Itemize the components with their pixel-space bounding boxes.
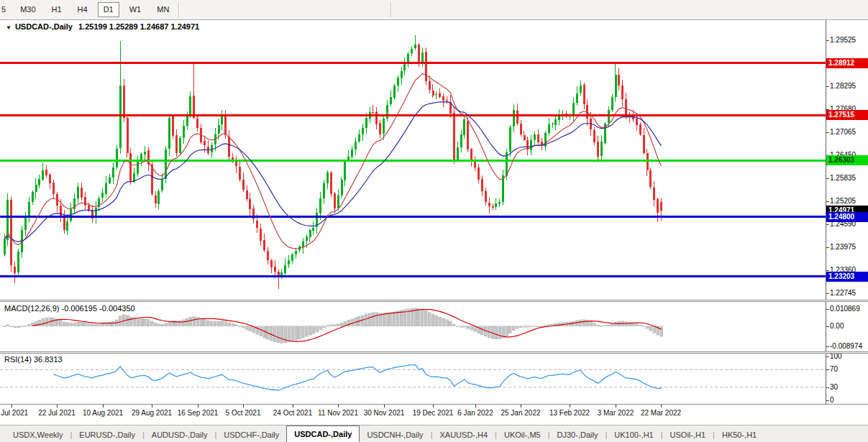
price-line-label: 1.28912 [826,58,868,68]
date-tick-mark [293,405,293,408]
chart-ohlc-values: 1.25199 1.25289 1.24687 1.24971 [78,22,199,31]
date-tick-mark [198,405,198,408]
timeframe-button-h1[interactable]: H1 [46,2,68,17]
price-tick-mark [826,40,829,41]
date-tick-mark [338,405,339,408]
price-tick-mark [826,270,829,271]
tab-hk50-h1[interactable]: HK50-,H1 [715,428,764,442]
date-tick-label: 13 Feb 2022 [549,409,590,417]
date-axis[interactable]: 4 Jul 202122 Jul 202110 Aug 202129 Aug 2… [0,404,868,425]
toolbar-divider [178,2,180,17]
date-tick-mark [661,405,662,408]
panel-splitter[interactable] [0,300,868,302]
date-tick-label: 24 Oct 2021 [273,409,312,417]
macd-tick-mark [826,326,829,327]
date-tick-label: 25 Jan 2022 [501,409,540,417]
date-tick-mark [243,405,244,408]
rsi-tick-mark [826,356,829,357]
macd-tick-mark [826,309,829,310]
price-tick-label: 1.29525 [830,36,856,44]
tab-usdcad-daily[interactable]: USDCAD-,Daily [286,425,360,442]
timeframe-button-mn[interactable]: MN [151,2,175,17]
rsi-tick-mark [826,387,829,388]
date-tick-mark [12,405,12,408]
rsi-tick-label: 0 [830,396,834,404]
price-tick-mark [826,201,829,202]
tab-uk100-h1[interactable]: UK100-,H1 [607,428,660,442]
date-tick-label: 10 Aug 2021 [83,409,123,417]
date-tick-mark [616,405,616,408]
price-tick-label: 1.27065 [830,128,856,136]
price-tick-mark [826,132,829,133]
tab-dj30-daily[interactable]: DJ30-,Daily [550,428,606,442]
tab-usoil-h1[interactable]: USOil-,H1 [663,428,713,442]
tab-xauusd-h4[interactable]: XAUUSD-,H4 [432,428,495,442]
date-tick-label: 4 Jul 2021 [0,409,28,417]
macd-tick-label: -0.008974 [830,342,862,350]
date-tick-label: 16 Sep 2021 [178,409,219,417]
date-tick-label: 5 Oct 2021 [226,409,261,417]
timeframe-button-5[interactable]: 5 [0,2,10,17]
macd-histogram [3,308,663,344]
date-tick-mark [475,405,476,408]
price-axis[interactable]: 1.295251.282951.276801.270651.264501.258… [826,20,868,404]
timeframe-button-m30[interactable]: M30 [14,2,41,17]
tab-usdcnh-daily[interactable]: USDCNH-,Daily [360,428,430,442]
tab-usdx-weekly[interactable]: USDX,Weekly [6,428,70,442]
tab-usdchf-daily[interactable]: USDCHF-,Daily [216,428,286,442]
chart-title: ▼USDCAD-,Daily1.25199 1.25289 1.24687 1.… [6,22,199,31]
chart-tab-bar: USDX,Weekly|EURUSD-,Daily|AUDUSD-,Daily|… [0,425,868,442]
timeframe-button-d1[interactable]: D1 [98,2,119,17]
rsi-panel-canvas[interactable] [0,354,826,404]
rsi-line [53,364,661,390]
price-tick-label: 1.23975 [830,243,856,251]
candles [4,35,663,288]
date-tick-mark [103,405,104,408]
date-tick-label: 30 Nov 2021 [364,409,405,417]
price-tick-label: 1.28295 [830,82,856,90]
price-tick-mark [826,86,829,87]
rsi-tick-label: 70 [830,365,838,373]
macd-tick-label: 0.010869 [830,305,860,313]
timeframe-toolbar: 5M30H1H4D1W1MN [0,0,868,20]
price-line-label: 1.26303 [826,155,868,165]
price-tick-label: 1.25835 [830,174,856,182]
rsi-label: RSI(14) 36.8313 [4,355,63,364]
rsi-tick-label: 30 [830,383,838,391]
macd-tick-mark [826,346,829,347]
price-chart-canvas[interactable] [0,20,826,300]
macd-tick-label: 0.00 [830,322,844,330]
price-tick-mark [826,178,829,179]
toolbar-divider [390,2,392,17]
price-tick-label: 1.22745 [830,289,856,297]
tab-eurusd-daily[interactable]: EURUSD-,Daily [72,428,142,442]
price-tick-mark [826,224,829,225]
price-line-label: 1.23203 [826,272,868,282]
date-tick-label: 22 Mar 2022 [641,409,681,417]
macd-label: MACD(12,26,9) -0.006195 -0.004350 [4,304,135,313]
tab-ukoil-m5[interactable]: UKOil-,M5 [497,428,548,442]
panel-splitter[interactable] [0,351,868,354]
price-line-label: 1.27515 [826,110,868,120]
price-tick-mark [826,247,829,248]
date-tick-label: 6 Jan 2022 [457,409,493,417]
timeframe-button-h4[interactable]: H4 [72,2,93,17]
date-tick-mark [384,405,385,408]
date-tick-label: 19 Dec 2021 [413,409,454,417]
date-tick-label: 29 Aug 2021 [132,409,172,417]
timeframe-button-w1[interactable]: W1 [124,2,147,17]
chart-symbol-label: USDCAD-,Daily [15,22,73,31]
date-tick-mark [433,405,434,408]
date-tick-mark [570,405,570,408]
date-tick-label: 3 Mar 2022 [598,409,634,417]
trading-platform-window: 5M30H1H4D1W1MN ▼USDCAD-,Daily1.25199 1.2… [0,0,868,442]
date-tick-mark [152,405,152,408]
price-tick-label: 1.25205 [830,197,856,205]
rsi-tick-mark [826,400,829,401]
date-tick-label: 22 Jul 2021 [38,409,76,417]
date-tick-mark [521,405,521,408]
rsi-tick-mark [826,369,829,370]
price-line-label: 1.24800 [826,212,868,222]
tab-audusd-daily[interactable]: AUDUSD-,Daily [145,428,215,442]
chart-collapse-arrow[interactable]: ▼ [6,24,12,31]
